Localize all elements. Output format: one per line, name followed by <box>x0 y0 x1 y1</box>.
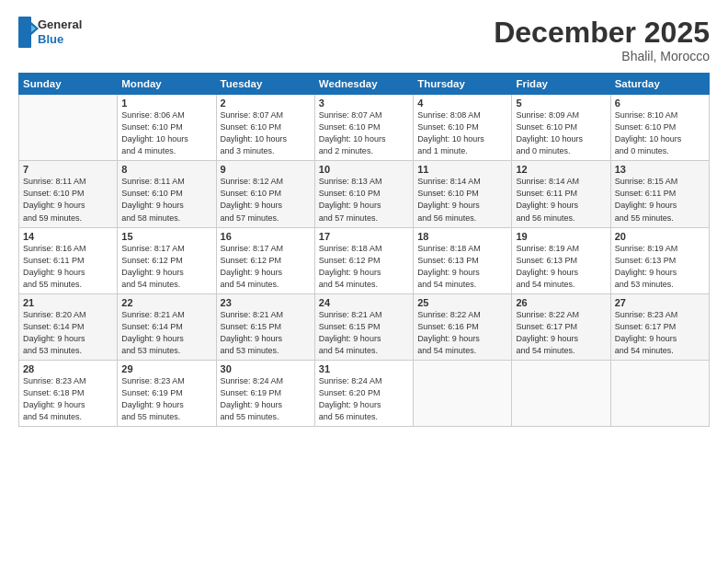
day-cell: 29Sunrise: 8:23 AM Sunset: 6:19 PM Dayli… <box>118 360 216 426</box>
day-cell: 31Sunrise: 8:24 AM Sunset: 6:20 PM Dayli… <box>314 360 413 426</box>
day-number: 27 <box>615 297 705 308</box>
day-info: Sunrise: 8:07 AM Sunset: 6:10 PM Dayligh… <box>319 109 409 157</box>
day-number: 18 <box>417 231 507 242</box>
day-cell: 7Sunrise: 8:11 AM Sunset: 6:10 PM Daylig… <box>19 161 118 227</box>
day-number: 28 <box>23 363 113 374</box>
calendar-page: General Blue December 2025 Bhalil, Moroc… <box>0 0 728 563</box>
day-info: Sunrise: 8:19 AM Sunset: 6:13 PM Dayligh… <box>516 243 606 291</box>
day-info: Sunrise: 8:10 AM Sunset: 6:10 PM Dayligh… <box>615 109 705 157</box>
day-number: 29 <box>121 363 211 374</box>
day-cell: 1Sunrise: 8:06 AM Sunset: 6:10 PM Daylig… <box>118 95 216 161</box>
day-info: Sunrise: 8:20 AM Sunset: 6:14 PM Dayligh… <box>23 309 113 357</box>
day-info: Sunrise: 8:06 AM Sunset: 6:10 PM Dayligh… <box>121 109 211 157</box>
day-info: Sunrise: 8:23 AM Sunset: 6:19 PM Dayligh… <box>121 375 211 423</box>
day-cell: 23Sunrise: 8:21 AM Sunset: 6:15 PM Dayli… <box>216 293 314 360</box>
day-cell: 4Sunrise: 8:08 AM Sunset: 6:10 PM Daylig… <box>414 95 512 161</box>
day-cell: 10Sunrise: 8:13 AM Sunset: 6:10 PM Dayli… <box>314 161 413 227</box>
day-cell: 24Sunrise: 8:21 AM Sunset: 6:15 PM Dayli… <box>314 293 413 360</box>
day-cell <box>19 95 118 161</box>
logo-container: General Blue <box>18 17 82 48</box>
month-title: December 2025 <box>494 17 710 49</box>
week-row-3: 14Sunrise: 8:16 AM Sunset: 6:11 PM Dayli… <box>19 227 710 293</box>
logo-text-container: General Blue <box>38 17 82 46</box>
day-number: 13 <box>615 164 705 175</box>
day-number: 30 <box>221 363 311 374</box>
day-info: Sunrise: 8:13 AM Sunset: 6:10 PM Dayligh… <box>319 176 409 224</box>
day-info: Sunrise: 8:18 AM Sunset: 6:12 PM Dayligh… <box>319 243 409 291</box>
header-cell-thursday: Thursday <box>414 74 512 95</box>
day-info: Sunrise: 8:23 AM Sunset: 6:18 PM Dayligh… <box>23 375 113 423</box>
day-cell: 22Sunrise: 8:21 AM Sunset: 6:14 PM Dayli… <box>118 293 216 360</box>
header-cell-tuesday: Tuesday <box>216 74 314 95</box>
day-info: Sunrise: 8:17 AM Sunset: 6:12 PM Dayligh… <box>121 243 211 291</box>
day-number: 3 <box>319 98 409 109</box>
day-cell: 2Sunrise: 8:07 AM Sunset: 6:10 PM Daylig… <box>216 95 314 161</box>
day-cell: 25Sunrise: 8:22 AM Sunset: 6:16 PM Dayli… <box>414 293 512 360</box>
day-info: Sunrise: 8:24 AM Sunset: 6:20 PM Dayligh… <box>319 375 409 423</box>
day-cell: 18Sunrise: 8:18 AM Sunset: 6:13 PM Dayli… <box>414 227 512 293</box>
day-info: Sunrise: 8:17 AM Sunset: 6:12 PM Dayligh… <box>221 243 311 291</box>
day-info: Sunrise: 8:11 AM Sunset: 6:10 PM Dayligh… <box>23 176 113 224</box>
day-info: Sunrise: 8:09 AM Sunset: 6:10 PM Dayligh… <box>516 109 606 157</box>
day-number: 2 <box>221 98 311 109</box>
day-number: 23 <box>221 297 311 308</box>
day-info: Sunrise: 8:21 AM Sunset: 6:15 PM Dayligh… <box>319 309 409 357</box>
day-info: Sunrise: 8:14 AM Sunset: 6:10 PM Dayligh… <box>417 176 507 224</box>
day-cell: 27Sunrise: 8:23 AM Sunset: 6:17 PM Dayli… <box>610 293 709 360</box>
logo-blue: Blue <box>38 32 82 47</box>
header: General Blue December 2025 Bhalil, Moroc… <box>18 17 710 63</box>
day-cell: 17Sunrise: 8:18 AM Sunset: 6:12 PM Dayli… <box>314 227 413 293</box>
day-number: 21 <box>23 297 113 308</box>
day-number: 25 <box>417 297 507 308</box>
day-number: 19 <box>516 231 606 242</box>
day-info: Sunrise: 8:08 AM Sunset: 6:10 PM Dayligh… <box>417 109 507 157</box>
day-cell: 6Sunrise: 8:10 AM Sunset: 6:10 PM Daylig… <box>610 95 709 161</box>
header-row: SundayMondayTuesdayWednesdayThursdayFrid… <box>19 74 710 95</box>
day-number: 1 <box>121 98 211 109</box>
day-number: 9 <box>221 164 311 175</box>
day-number: 6 <box>615 98 705 109</box>
day-number: 12 <box>516 164 606 175</box>
day-number: 14 <box>23 231 113 242</box>
day-info: Sunrise: 8:21 AM Sunset: 6:14 PM Dayligh… <box>121 309 211 357</box>
day-info: Sunrise: 8:19 AM Sunset: 6:13 PM Dayligh… <box>615 243 705 291</box>
day-info: Sunrise: 8:14 AM Sunset: 6:11 PM Dayligh… <box>516 176 606 224</box>
day-number: 26 <box>516 297 606 308</box>
day-cell: 26Sunrise: 8:22 AM Sunset: 6:17 PM Dayli… <box>512 293 610 360</box>
day-cell: 14Sunrise: 8:16 AM Sunset: 6:11 PM Dayli… <box>19 227 118 293</box>
day-cell: 20Sunrise: 8:19 AM Sunset: 6:13 PM Dayli… <box>610 227 709 293</box>
day-cell: 12Sunrise: 8:14 AM Sunset: 6:11 PM Dayli… <box>512 161 610 227</box>
title-block: December 2025 Bhalil, Morocco <box>494 17 710 63</box>
day-cell: 9Sunrise: 8:12 AM Sunset: 6:10 PM Daylig… <box>216 161 314 227</box>
week-row-2: 7Sunrise: 8:11 AM Sunset: 6:10 PM Daylig… <box>19 161 710 227</box>
day-cell: 19Sunrise: 8:19 AM Sunset: 6:13 PM Dayli… <box>512 227 610 293</box>
day-number: 8 <box>121 164 211 175</box>
day-number: 16 <box>221 231 311 242</box>
day-number: 10 <box>319 164 409 175</box>
header-cell-friday: Friday <box>512 74 610 95</box>
day-number: 5 <box>516 98 606 109</box>
day-number: 11 <box>417 164 507 175</box>
logo-arrow-light <box>31 25 36 32</box>
day-cell: 28Sunrise: 8:23 AM Sunset: 6:18 PM Dayli… <box>19 360 118 426</box>
day-cell: 5Sunrise: 8:09 AM Sunset: 6:10 PM Daylig… <box>512 95 610 161</box>
day-info: Sunrise: 8:23 AM Sunset: 6:17 PM Dayligh… <box>615 309 705 357</box>
day-cell: 13Sunrise: 8:15 AM Sunset: 6:11 PM Dayli… <box>610 161 709 227</box>
day-number: 17 <box>319 231 409 242</box>
day-info: Sunrise: 8:16 AM Sunset: 6:11 PM Dayligh… <box>23 243 113 291</box>
day-number: 4 <box>417 98 507 109</box>
day-number: 20 <box>615 231 705 242</box>
day-cell <box>512 360 610 426</box>
day-number: 22 <box>121 297 211 308</box>
logo-icon-container <box>18 17 35 48</box>
week-row-4: 21Sunrise: 8:20 AM Sunset: 6:14 PM Dayli… <box>19 293 710 360</box>
logo-general: General <box>38 17 82 32</box>
day-cell: 16Sunrise: 8:17 AM Sunset: 6:12 PM Dayli… <box>216 227 314 293</box>
week-row-5: 28Sunrise: 8:23 AM Sunset: 6:18 PM Dayli… <box>19 360 710 426</box>
day-info: Sunrise: 8:11 AM Sunset: 6:10 PM Dayligh… <box>121 176 211 224</box>
day-cell: 3Sunrise: 8:07 AM Sunset: 6:10 PM Daylig… <box>314 95 413 161</box>
day-number: 7 <box>23 164 113 175</box>
day-info: Sunrise: 8:24 AM Sunset: 6:19 PM Dayligh… <box>221 375 311 423</box>
day-info: Sunrise: 8:18 AM Sunset: 6:13 PM Dayligh… <box>417 243 507 291</box>
logo: General Blue <box>18 17 82 48</box>
